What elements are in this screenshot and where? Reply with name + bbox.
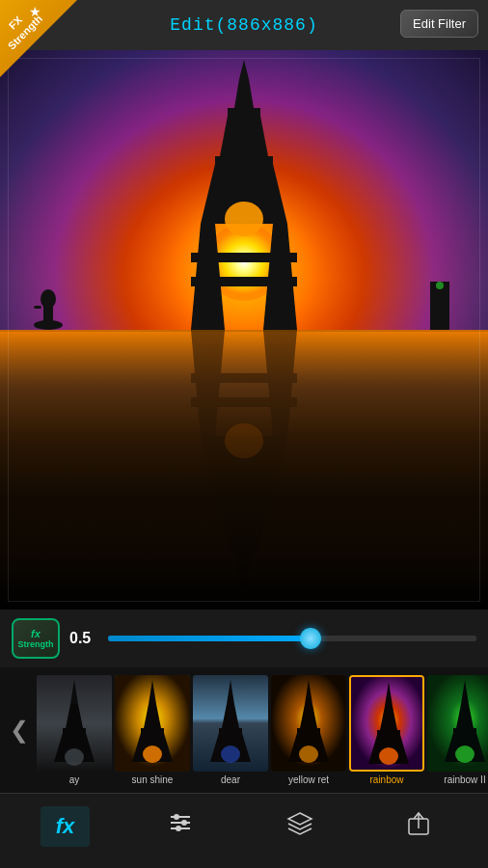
- svg-point-44: [221, 746, 240, 763]
- filter-thumb-rainbow2: [427, 675, 488, 772]
- fx-slider-container: [108, 636, 476, 641]
- filter-strip: ❮ ay: [0, 667, 488, 793]
- fx-slider-track[interactable]: [108, 636, 476, 641]
- share-icon: [405, 809, 432, 843]
- water-overlay: [0, 330, 488, 610]
- svg-rect-10: [191, 253, 297, 262]
- svg-point-25: [41, 289, 56, 309]
- filter-item-rainbow[interactable]: rainbow: [349, 675, 424, 785]
- svg-rect-11: [191, 277, 297, 286]
- svg-point-38: [143, 746, 162, 763]
- fx-btn-top-label: fx: [31, 628, 41, 639]
- fx-value-display: 0.5: [69, 630, 98, 647]
- svg-marker-1: [234, 79, 254, 108]
- svg-marker-3: [220, 116, 268, 156]
- fx-btn-bottom-label: Strength: [18, 639, 54, 649]
- back-arrow[interactable]: ❮: [2, 667, 37, 793]
- adjust-icon: [167, 809, 194, 843]
- svg-rect-2: [228, 108, 260, 116]
- fx-slider-thumb[interactable]: [300, 628, 321, 649]
- svg-point-56: [379, 747, 398, 765]
- filter-label-rainbow: rainbow: [369, 774, 403, 785]
- filter-thumb-yellowret: [271, 675, 346, 772]
- svg-rect-54: [377, 730, 400, 735]
- svg-rect-26: [34, 306, 41, 309]
- filter-label-sunshine: sun shine: [132, 774, 174, 785]
- layers-icon: [286, 809, 313, 843]
- eiffel-tower: [186, 60, 302, 330]
- filter-item-ay[interactable]: ay: [37, 675, 112, 785]
- toolbar-adjust-button[interactable]: [151, 801, 209, 851]
- filter-item-dear[interactable]: dear: [193, 675, 268, 785]
- filter-thumb-rainbow: [349, 675, 424, 772]
- svg-rect-48: [297, 728, 320, 733]
- traffic-light: [430, 282, 449, 330]
- edit-filter-button[interactable]: Edit Filter: [400, 10, 478, 38]
- svg-point-32: [65, 748, 84, 766]
- filter-thumb-dear: [193, 675, 268, 772]
- bottom-toolbar: fx: [0, 793, 488, 858]
- statue-left: [29, 272, 68, 330]
- svg-rect-4: [215, 156, 273, 164]
- fx-badge: ★ FXStrength: [0, 0, 77, 77]
- filter-thumb-ay: [37, 675, 112, 772]
- fx-icon: fx: [56, 814, 75, 839]
- toolbar-share-button[interactable]: [390, 801, 447, 851]
- fx-controls: fx Strength 0.5: [0, 610, 488, 667]
- eiffel-scene: [0, 50, 488, 610]
- filter-label-ay: ay: [69, 774, 80, 785]
- toolbar-fx-button[interactable]: fx: [41, 806, 91, 847]
- svg-point-62: [455, 746, 474, 763]
- svg-rect-60: [453, 728, 476, 733]
- filter-items-list: ay sun shine: [37, 667, 488, 793]
- svg-rect-42: [219, 728, 242, 733]
- filter-item-sunshine[interactable]: sun shine: [115, 675, 190, 785]
- header-title: Edit(886x886): [170, 15, 317, 35]
- svg-point-64: [174, 814, 179, 820]
- svg-marker-0: [239, 60, 249, 79]
- filter-label-rainbow2: rainbow II: [444, 774, 485, 785]
- svg-rect-30: [63, 728, 86, 733]
- svg-point-68: [176, 826, 181, 831]
- fx-strength-button[interactable]: fx Strength: [12, 618, 60, 659]
- svg-point-50: [299, 746, 318, 763]
- filter-thumb-sunshine: [115, 675, 190, 772]
- svg-marker-69: [288, 813, 312, 825]
- fx-slider-fill: [108, 636, 311, 641]
- toolbar-layers-button[interactable]: [271, 801, 329, 851]
- filter-item-rainbow2[interactable]: rainbow II: [427, 675, 488, 785]
- filter-item-yellowret[interactable]: yellow ret: [271, 675, 346, 785]
- svg-point-6: [225, 202, 263, 236]
- svg-rect-36: [141, 728, 164, 733]
- filter-label-yellowret: yellow ret: [288, 774, 329, 785]
- main-image: [0, 50, 488, 610]
- svg-point-66: [181, 820, 187, 826]
- filter-label-dear: dear: [221, 774, 240, 785]
